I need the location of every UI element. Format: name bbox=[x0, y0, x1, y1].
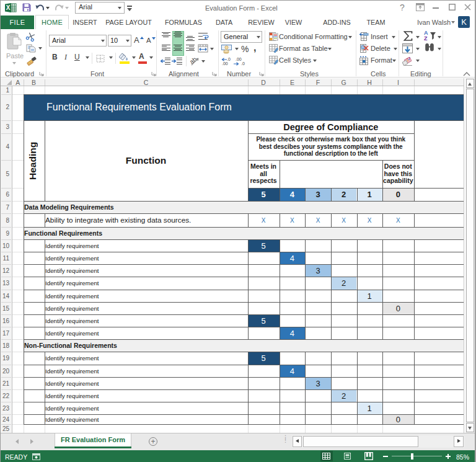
svg-text:X: X bbox=[6, 4, 11, 11]
